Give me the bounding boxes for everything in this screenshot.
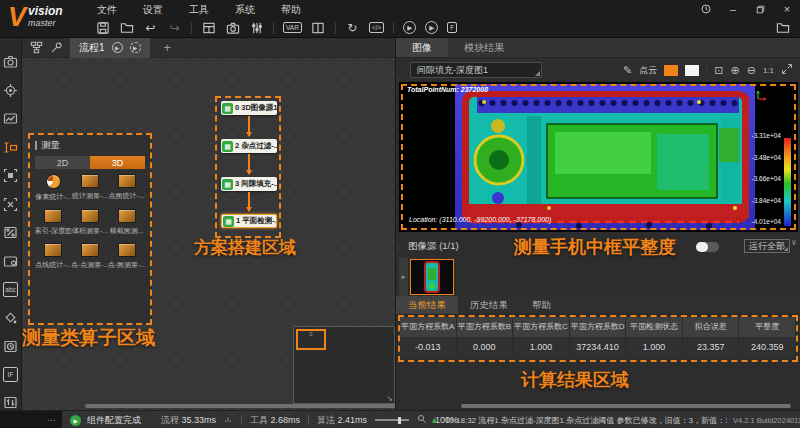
tool-cross-section[interactable]: 横截面测... bbox=[108, 209, 145, 236]
image-source-row: 图像源 (1/1) 测量手机中框平整度 运行全部 ∨ bbox=[396, 234, 800, 258]
app-version: V4.2.1 Build20240118 bbox=[733, 416, 800, 425]
minimap-viewport[interactable]: ≡ bbox=[296, 329, 326, 350]
timing-detail-icon[interactable] bbox=[224, 415, 233, 426]
tab-current-result[interactable]: 当前结果 bbox=[396, 296, 458, 314]
locate-crosshair-icon[interactable] bbox=[3, 83, 18, 98]
panel-horizontal-scrollbar[interactable] bbox=[461, 404, 791, 408]
flow-settings-wrench-icon[interactable] bbox=[46, 40, 66, 56]
tool-time-value: 2.68ms bbox=[271, 415, 301, 425]
canvas-horizontal-scrollbar[interactable] bbox=[85, 404, 397, 408]
project-folder-icon[interactable] bbox=[775, 20, 790, 35]
timer-logic-icon[interactable] bbox=[3, 339, 18, 354]
tool-volume-measure[interactable]: 体积测量-... bbox=[72, 209, 109, 236]
close-button[interactable]: × bbox=[780, 3, 794, 15]
tab-image[interactable]: 图像 bbox=[396, 38, 448, 57]
continuous-run-toggle[interactable] bbox=[696, 242, 719, 252]
run-once-icon[interactable]: ▶ bbox=[403, 21, 416, 34]
tool-index-depthmap[interactable]: 索引-深度图 bbox=[35, 209, 72, 236]
tab-module-result[interactable]: 模块结果 bbox=[448, 38, 520, 57]
tool-point-plane-measure[interactable]: 点-面测量-... bbox=[108, 243, 145, 270]
flow-tab-active[interactable]: 流程1 ▶ ▶ bbox=[70, 38, 150, 58]
redo-icon[interactable]: ↪ bbox=[167, 20, 182, 35]
defect-detect-icon[interactable] bbox=[3, 310, 18, 325]
history-clock-icon[interactable] bbox=[699, 3, 713, 15]
undo-icon[interactable]: ↩ bbox=[143, 20, 158, 35]
flow-node-plane-detect[interactable]: ▦ 1 平面检测-... bbox=[221, 214, 277, 228]
fit-to-window-icon[interactable]: ⊡ bbox=[714, 64, 723, 77]
edit-pencil-icon[interactable]: ✎ bbox=[623, 64, 632, 77]
tab-history-result[interactable]: 历史结果 bbox=[458, 296, 520, 314]
measure-category-icon[interactable] bbox=[3, 140, 18, 155]
tool-stat-measure[interactable]: 统计测量-... bbox=[72, 174, 109, 202]
menu-settings[interactable]: 设置 bbox=[141, 2, 165, 18]
menu-tools[interactable]: 工具 bbox=[187, 2, 211, 18]
color-swatch-white[interactable] bbox=[685, 65, 699, 76]
match-template-icon[interactable] bbox=[3, 168, 18, 183]
ocr-text-icon[interactable]: abc bbox=[3, 282, 18, 297]
menu-file[interactable]: 文件 bbox=[95, 2, 119, 18]
acquisition-camera-icon[interactable] bbox=[3, 54, 18, 69]
zoom-magnifier-icon[interactable] bbox=[417, 414, 427, 426]
tool-point-line-stats[interactable]: 点线统计-... bbox=[35, 243, 72, 270]
flow-node-gap-fill[interactable]: ▦ 3 间隙填充-... bbox=[221, 177, 277, 191]
if-logic-icon[interactable]: IF bbox=[3, 367, 18, 382]
alignment-icon[interactable] bbox=[3, 197, 18, 212]
strip-expander-handle[interactable]: ▸ bbox=[399, 258, 408, 296]
flow-list-icon[interactable] bbox=[26, 40, 46, 56]
collapse-chevron-icon[interactable]: ∨ bbox=[791, 238, 797, 247]
variables-icon[interactable]: VAR bbox=[283, 22, 302, 33]
minimize-button[interactable]: – bbox=[726, 3, 740, 15]
flow-run-loop-icon[interactable]: ▶ bbox=[130, 42, 141, 53]
tab-2d[interactable]: 2D bbox=[35, 156, 90, 169]
tool-point-point-measure[interactable]: 点-点测量-... bbox=[72, 243, 109, 270]
color-swatch-orange[interactable] bbox=[664, 65, 678, 76]
format-module-icon[interactable]: F bbox=[447, 22, 457, 33]
panel-layout-icon[interactable] bbox=[201, 20, 216, 35]
flow-connector-arrow bbox=[248, 116, 250, 136]
camera-capture-icon[interactable] bbox=[225, 20, 240, 35]
tab-help[interactable]: 帮助 bbox=[520, 296, 563, 314]
zoom-out-icon[interactable]: ⊖ bbox=[747, 64, 756, 77]
actual-size-icon[interactable]: 1:1 bbox=[763, 66, 774, 75]
fullscreen-expand-icon[interactable] bbox=[781, 63, 793, 77]
add-flow-tab-button[interactable]: + bbox=[164, 40, 172, 55]
status-separator bbox=[308, 415, 309, 425]
tool-pixel-stats[interactable]: 像素统计-... bbox=[35, 174, 72, 202]
thumbnail-strip: ▸ bbox=[396, 258, 800, 296]
refresh-icon[interactable]: ↻ bbox=[345, 20, 360, 35]
split-view-icon[interactable] bbox=[311, 20, 326, 35]
menu-system[interactable]: 系统 bbox=[233, 2, 257, 18]
image-edit-icon[interactable] bbox=[3, 111, 18, 126]
status-dots-icon[interactable]: ⋯ bbox=[47, 415, 56, 425]
result-table-value-row: -0.013 0.000 1.000 37234.410 1.000 23.35… bbox=[400, 337, 796, 358]
tool-point-plane-stats[interactable]: 点面统计-... bbox=[108, 174, 145, 202]
menu-help[interactable]: 帮助 bbox=[279, 2, 303, 18]
flow-node-image-source[interactable]: ▦ 0 3D图像源1 bbox=[221, 101, 277, 115]
run-all-button[interactable]: 运行全部 bbox=[744, 239, 790, 253]
script-code-icon[interactable]: </> bbox=[369, 22, 384, 33]
zoom-slider-knob[interactable] bbox=[398, 417, 401, 424]
val-plane-coef-c: 1.000 bbox=[513, 337, 570, 358]
run-continuous-icon[interactable]: ▶ bbox=[425, 21, 438, 34]
pointcloud-viewer[interactable]: TotalPointNum: 2372008 Location: (3110.0… bbox=[399, 82, 798, 232]
zoom-in-icon[interactable]: ⊕ bbox=[730, 64, 739, 77]
communication-io-icon[interactable] bbox=[3, 395, 18, 410]
minimap-resize-handle[interactable]: ↘ bbox=[386, 394, 393, 403]
image-process-gear-icon[interactable] bbox=[3, 254, 18, 269]
restore-button[interactable] bbox=[753, 3, 767, 15]
flow-run-icon[interactable]: ▶ bbox=[112, 42, 123, 53]
image-source-select[interactable]: 间隙填充-深度图1 bbox=[410, 62, 542, 78]
flow-node-noise-filter[interactable]: ▦ 2 杂点过滤-... bbox=[221, 139, 277, 153]
status-log-message[interactable]: 10:18:32 流程1.杂点过滤-深度图1.杂点过滤阈值 参数已修改，旧值：3… bbox=[445, 415, 727, 426]
flow-editor-canvas[interactable]: 流程1 ▶ ▶ + 测量 2D 3D 像素统计-... 统计测量-... 点面统… bbox=[22, 38, 395, 410]
tab-3d[interactable]: 3D bbox=[90, 156, 145, 169]
flow-minimap[interactable]: ≡ ↘ bbox=[293, 326, 395, 404]
save-icon[interactable] bbox=[95, 20, 110, 35]
canvas-zoom-slider[interactable] bbox=[375, 419, 409, 421]
open-folder-icon[interactable] bbox=[119, 20, 134, 35]
viewer-tools: ✎ 点云 ⊡ ⊕ ⊖ 1:1 bbox=[623, 58, 793, 82]
image-thumbnail[interactable] bbox=[410, 259, 454, 295]
log-level-icon: ▲ bbox=[430, 415, 439, 425]
recognition-icon[interactable] bbox=[3, 225, 18, 240]
adjust-parameters-icon[interactable] bbox=[249, 20, 264, 35]
